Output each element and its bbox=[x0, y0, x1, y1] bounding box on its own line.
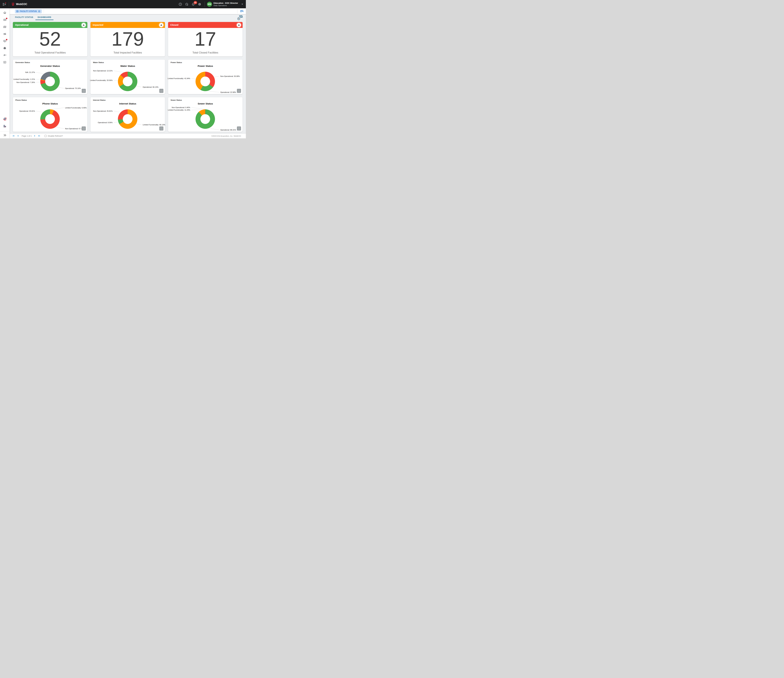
divider bbox=[9, 2, 9, 6]
help-icon[interactable]: ? bbox=[179, 2, 182, 6]
expand-chart-icon[interactable] bbox=[82, 126, 86, 131]
sidebar-items bbox=[3, 11, 6, 68]
settings-gear-icon[interactable] bbox=[198, 2, 202, 6]
chevron-down-icon bbox=[241, 4, 243, 5]
status-panel-sewer-status: Sewer StatusSewer StatusOperational: 88.… bbox=[168, 97, 243, 132]
status-panel-internet-status: Internet StatusInternet StatusLimited Fu… bbox=[90, 97, 165, 132]
sidebar-item-boards[interactable] bbox=[3, 18, 6, 21]
sidebar-item-contacts[interactable] bbox=[3, 61, 6, 64]
slice-label-operational: Operational: 66.13% bbox=[143, 86, 159, 88]
slice-label-non-operational: Non-Operational: 25.81% bbox=[93, 110, 113, 112]
disable-refresh-label: Disable Refresh? bbox=[48, 135, 63, 137]
webeoc-app: WebEOC ? 53 MW Education - EOC Director … bbox=[0, 0, 246, 138]
user-avatar[interactable]: MW bbox=[207, 2, 212, 7]
facility-count: 52 bbox=[13, 29, 87, 48]
expand-sidebar-icon[interactable] bbox=[3, 133, 7, 137]
tabs-row: FACILITY STATUS DASHBOARD 0 bbox=[13, 14, 246, 20]
chart-title: Generator Status bbox=[13, 65, 87, 67]
previous-page-button[interactable] bbox=[17, 135, 20, 137]
card-caption: Total Closed Facilities bbox=[168, 51, 243, 54]
board-chip-label: FACILITY STATUS bbox=[20, 10, 37, 12]
slice-label-limited-functionality: Limited Functionality: 6.45% bbox=[65, 107, 87, 109]
slice-label-limited-functionality: Limited Functionality: 20.56% bbox=[90, 79, 113, 81]
expand-chart-icon[interactable] bbox=[82, 89, 86, 93]
facility-count: 17 bbox=[168, 29, 243, 48]
filter-results-icon[interactable]: 0 bbox=[239, 15, 243, 19]
user-menu[interactable]: Education - EOC Director Daily Operation… bbox=[213, 2, 238, 6]
board-icon bbox=[16, 10, 19, 12]
status-panels-grid: Generator StatusGenerator StatusOperatio… bbox=[13, 59, 246, 132]
card-header: Operational bbox=[13, 22, 87, 28]
top-bar: WebEOC ? 53 MW Education - EOC Director … bbox=[0, 0, 246, 8]
unread-dot bbox=[6, 18, 7, 19]
expand-chart-icon[interactable] bbox=[237, 126, 241, 131]
panel-title: Phone Status bbox=[16, 99, 27, 101]
sidebar-item-maps[interactable] bbox=[3, 25, 6, 28]
menu-icon[interactable] bbox=[2, 2, 7, 6]
divider bbox=[0, 131, 9, 132]
status-panel-generator-status: Generator StatusGenerator StatusOperatio… bbox=[13, 59, 87, 94]
donut-hole bbox=[201, 76, 210, 86]
card-caption: Total Impacted Facilities bbox=[90, 51, 165, 54]
slice-label-limited-functionality: Limited Functionality: 11.29% bbox=[168, 109, 190, 111]
slice-label-non-operational: Non-Operational: 13.31% bbox=[93, 70, 113, 72]
card-header: Closed bbox=[168, 22, 243, 28]
slice-label-limited-functionality: Limited Functionality: 1.21% bbox=[13, 78, 35, 80]
slice-label-non-operational: Non-Operational: 0.40% bbox=[172, 106, 190, 108]
slice-label-operational: Operational: 8.06% bbox=[98, 122, 113, 123]
slice-label-operational: Operational: 88.31% bbox=[220, 129, 236, 131]
summary-cards-row: Operational 52 Total Operational Facilit… bbox=[13, 22, 246, 56]
sidebar-bottom bbox=[0, 117, 9, 138]
sidebar-item-global-network[interactable] bbox=[3, 117, 7, 121]
tab-facility-status[interactable]: FACILITY STATUS bbox=[13, 14, 36, 20]
first-page-button[interactable] bbox=[12, 135, 16, 137]
donut-hole bbox=[45, 114, 55, 124]
sidebar-item-home[interactable] bbox=[3, 11, 6, 14]
card-header: Impacted bbox=[90, 22, 165, 28]
filter-search-icon[interactable] bbox=[240, 9, 244, 13]
sidebar bbox=[0, 8, 9, 138]
disable-refresh-checkbox[interactable] bbox=[45, 135, 47, 137]
pager-bar: Page 1 of 1 Disable Refresh? ©2024 ESi A… bbox=[9, 134, 246, 138]
slice-label-operational: Operational: 70.16% bbox=[65, 87, 81, 89]
expand-chart-icon[interactable] bbox=[159, 89, 163, 93]
panel-title: Sewer Status bbox=[171, 99, 182, 101]
chart-title: Phone Status bbox=[13, 102, 87, 105]
svg-text:?: ? bbox=[180, 3, 181, 5]
card-title: Impacted bbox=[93, 23, 103, 26]
chart-title: Sewer Status bbox=[168, 102, 243, 105]
slice-label-non-operational: Non-Operational: 35.08% bbox=[220, 75, 240, 77]
filter-count-badge: 0 bbox=[237, 17, 240, 20]
home-settings-icon[interactable] bbox=[185, 2, 189, 6]
tab-dashboard[interactable]: DASHBOARD bbox=[36, 14, 53, 20]
status-panel-power-status: Power StatusPower StatusNon-Operational:… bbox=[168, 59, 243, 94]
next-page-button[interactable] bbox=[34, 135, 37, 137]
user-position: Education - EOC Director bbox=[213, 2, 238, 4]
panel-title: Internet Status bbox=[93, 99, 106, 101]
board-chip-facility-status[interactable]: FACILITY STATUS bbox=[15, 9, 42, 13]
facility-icon[interactable] bbox=[81, 23, 86, 27]
slice-label-n-a: N/A: 21.37% bbox=[25, 72, 35, 73]
facility-icon[interactable] bbox=[237, 23, 241, 27]
card-title: Closed bbox=[170, 23, 179, 26]
panel-title: Power Status bbox=[171, 61, 182, 63]
last-page-button[interactable] bbox=[38, 135, 41, 137]
chart-title: Internet Status bbox=[90, 102, 165, 105]
notification-count-badge: 53 bbox=[194, 1, 197, 4]
expand-chart-icon[interactable] bbox=[159, 126, 163, 131]
expand-chart-icon[interactable] bbox=[237, 89, 241, 93]
summary-card-operational: Operational 52 Total Operational Facilit… bbox=[13, 22, 87, 56]
page-indicator: Page 1 of 1 bbox=[22, 135, 32, 137]
sidebar-item-dashboards[interactable] bbox=[3, 32, 6, 36]
donut-hole bbox=[201, 114, 210, 124]
card-caption: Total Operational Facilities bbox=[13, 51, 87, 54]
notifications-icon[interactable]: 53 bbox=[191, 2, 195, 6]
card-title: Operational bbox=[15, 23, 28, 26]
slice-label-limited-functionality: Limited Functionality: 66.13% bbox=[143, 124, 165, 126]
sidebar-item-broadcasts[interactable] bbox=[3, 53, 6, 57]
sidebar-item-organization[interactable] bbox=[3, 124, 7, 128]
sidebar-item-incident-board[interactable] bbox=[3, 39, 6, 42]
facility-icon[interactable] bbox=[159, 23, 163, 27]
sidebar-item-plugins[interactable] bbox=[3, 47, 6, 50]
close-circle-icon[interactable] bbox=[38, 10, 40, 12]
